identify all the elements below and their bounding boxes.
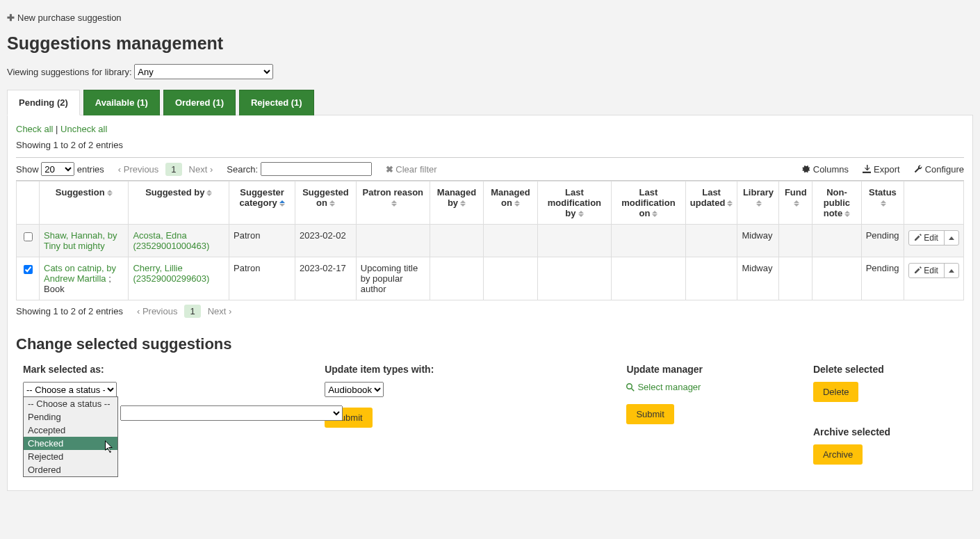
caret-up-icon	[949, 236, 954, 240]
clear-filter-button[interactable]: ✖ Clear filter	[386, 164, 437, 175]
configure-button[interactable]: Configure	[914, 164, 964, 175]
new-purchase-suggestion-link[interactable]: ✚ New purchase suggestion	[7, 13, 122, 23]
status-option[interactable]: Ordered	[24, 463, 117, 476]
edit-dropdown-toggle[interactable]	[944, 264, 958, 277]
tab-rejected[interactable]: Rejected (1)	[239, 90, 314, 115]
status-option[interactable]: Accepted	[24, 424, 117, 437]
delete-button[interactable]: Delete	[813, 382, 859, 402]
page-number-top[interactable]: 1	[165, 163, 181, 176]
download-icon	[863, 165, 871, 173]
status-option[interactable]: Rejected	[24, 450, 117, 463]
update-item-types-heading: Update item types with:	[325, 364, 612, 375]
tab-ordered[interactable]: Ordered (1)	[163, 90, 236, 115]
filter-library-select[interactable]: Any	[134, 64, 273, 79]
status-tabs: Pending (2) Available (1) Ordered (1) Re…	[7, 90, 973, 115]
cell-patron-reason	[356, 225, 430, 257]
gear-icon	[802, 165, 810, 173]
col-suggester-category[interactable]: Suggester category	[229, 182, 295, 225]
next-button-bottom[interactable]: Next ›	[208, 306, 232, 316]
reason-select[interactable]	[120, 405, 343, 421]
archive-button[interactable]: Archive	[813, 444, 863, 465]
caret-up-icon	[949, 269, 954, 273]
edit-button[interactable]: Edit	[909, 231, 944, 245]
edit-button[interactable]: Edit	[909, 264, 944, 277]
suggested-by-link[interactable]: Acosta, Edna (23529001000463)	[133, 230, 209, 251]
entries-label: entries	[77, 164, 104, 175]
col-nonpublic-note[interactable]: Non-public note	[812, 182, 862, 225]
search-icon	[626, 383, 635, 392]
col-managed-by[interactable]: Managed by	[430, 182, 483, 225]
search-input[interactable]	[261, 162, 372, 176]
svg-point-0	[627, 383, 632, 389]
col-last-mod-by[interactable]: Last modification by	[537, 182, 611, 225]
filter-library-label: Viewing suggestions for library:	[7, 67, 132, 77]
cell-patron-reason: Upcoming title by popular author	[356, 257, 430, 300]
plus-icon: ✚	[7, 13, 15, 23]
submit-manager-button[interactable]: Submit	[626, 404, 673, 424]
entries-info-bottom: Showing 1 to 2 of 2 entries	[16, 306, 123, 316]
entries-info-top: Showing 1 to 2 of 2 entries	[16, 140, 964, 150]
col-suggestion[interactable]: Suggestion	[40, 182, 129, 225]
uncheck-all-link[interactable]: Uncheck all	[60, 124, 107, 134]
col-suggested-on[interactable]: Suggested on	[295, 182, 357, 225]
row-checkbox[interactable]	[24, 232, 33, 241]
delete-selected-heading: Delete selected	[813, 364, 957, 375]
cell-suggester-category: Patron	[229, 225, 295, 257]
pencil-icon	[915, 233, 922, 243]
item-type-select[interactable]: Audiobook	[325, 382, 384, 397]
prev-button-bottom[interactable]: ‹ Previous	[137, 306, 178, 316]
wrench-icon	[914, 165, 922, 173]
search-label: Search:	[227, 164, 258, 175]
cell-library: Midway	[737, 257, 779, 300]
col-managed-on[interactable]: Managed on	[484, 182, 538, 225]
export-button[interactable]: Export	[863, 164, 900, 175]
svg-line-1	[632, 388, 635, 391]
col-last-mod-on[interactable]: Last modification on	[612, 182, 686, 225]
cell-library: Midway	[737, 225, 779, 257]
cell-suggested-on: 2023-02-02	[295, 225, 357, 257]
cell-status: Pending	[861, 225, 904, 257]
update-manager-heading: Update manager	[626, 364, 799, 375]
table-row: Shaw, Hannah, by Tiny but mighty Acosta,…	[17, 225, 964, 257]
status-dropdown-list: -- Choose a status -- Pending Accepted C…	[23, 396, 118, 477]
tab-pending[interactable]: Pending (2)	[7, 90, 80, 115]
change-selected-heading: Change selected suggestions	[16, 335, 964, 353]
x-icon: ✖	[386, 164, 393, 175]
select-manager-link[interactable]: Select manager	[626, 382, 701, 392]
col-patron-reason[interactable]: Patron reason	[356, 182, 430, 225]
suggestion-link[interactable]: Cats on catnip, by Andrew Martilla	[44, 263, 116, 284]
page-number-bottom[interactable]: 1	[184, 305, 200, 318]
col-status[interactable]: Status	[861, 182, 904, 225]
status-option[interactable]: Pending	[24, 410, 117, 424]
suggestion-link[interactable]: Shaw, Hannah, by Tiny but mighty	[44, 230, 117, 251]
page-title: Suggestions management	[7, 33, 973, 54]
status-option[interactable]: Checked	[24, 437, 117, 450]
entries-per-page-select[interactable]: 20	[41, 162, 74, 176]
status-select[interactable]: -- Choose a status --	[23, 382, 117, 397]
prev-button-top[interactable]: ‹ Previous	[118, 164, 159, 175]
check-all-link[interactable]: Check all	[16, 124, 53, 134]
next-button-top[interactable]: Next ›	[189, 164, 213, 175]
tab-available[interactable]: Available (1)	[83, 90, 160, 115]
suggestions-table: Suggestion Suggested by Suggester catego…	[16, 181, 964, 300]
col-last-updated[interactable]: Last updated	[685, 182, 737, 225]
cell-suggested-on: 2023-02-17	[295, 257, 357, 300]
suggested-by-link[interactable]: Cherry, Lillie (23529000299603)	[133, 263, 209, 284]
col-library[interactable]: Library	[737, 182, 779, 225]
col-suggested-by[interactable]: Suggested by	[129, 182, 229, 225]
show-label: Show	[16, 164, 39, 175]
archive-selected-heading: Archive selected	[813, 426, 957, 437]
cell-status: Pending	[861, 257, 904, 300]
cell-suggester-category: Patron	[229, 257, 295, 300]
edit-dropdown-toggle[interactable]	[944, 231, 958, 245]
status-option[interactable]: -- Choose a status --	[24, 397, 117, 410]
columns-button[interactable]: Columns	[802, 164, 849, 175]
row-checkbox[interactable]	[24, 265, 33, 274]
new-purchase-suggestion-label: New purchase suggestion	[17, 13, 122, 23]
table-row: Cats on catnip, by Andrew Martilla ; Boo…	[17, 257, 964, 300]
mark-selected-heading: Mark selected as:	[23, 364, 311, 375]
pencil-icon	[915, 266, 922, 275]
col-fund[interactable]: Fund	[779, 182, 812, 225]
